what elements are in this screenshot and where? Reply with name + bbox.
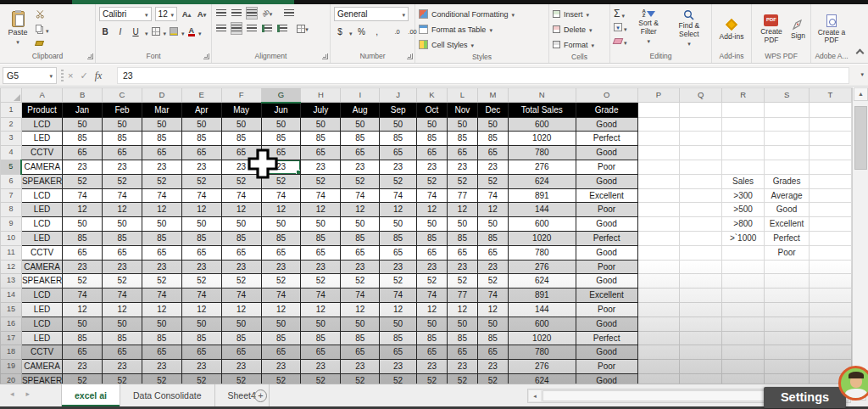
cell-L14[interactable]: 77 bbox=[447, 289, 477, 303]
cell-J15[interactable]: 12 bbox=[380, 302, 417, 317]
cell-K15[interactable]: 12 bbox=[417, 302, 448, 317]
cell-I8[interactable]: 12 bbox=[341, 203, 380, 217]
cell-K16[interactable]: 50 bbox=[417, 317, 448, 331]
cell-N18[interactable]: 780 bbox=[508, 345, 576, 360]
cell-H3[interactable]: 85 bbox=[301, 132, 341, 146]
increase-indent-button[interactable] bbox=[276, 22, 288, 35]
cell-D8[interactable]: 12 bbox=[142, 203, 181, 217]
cell-J10[interactable]: 85 bbox=[380, 231, 417, 245]
cell-A9[interactable]: LCD bbox=[21, 217, 62, 232]
cell-D17[interactable]: 85 bbox=[142, 331, 181, 345]
cell-I6[interactable]: 52 bbox=[341, 174, 380, 188]
cell-O20[interactable]: Good bbox=[576, 373, 637, 384]
cell-H14[interactable]: 74 bbox=[301, 289, 341, 303]
cell-N5[interactable]: 276 bbox=[508, 160, 576, 174]
row-header-20[interactable]: 20 bbox=[1, 373, 22, 384]
cell-K3[interactable]: 85 bbox=[417, 132, 448, 146]
cell-S8[interactable]: Good bbox=[765, 203, 810, 217]
cell-Q1[interactable] bbox=[680, 103, 722, 117]
cell-R20[interactable] bbox=[722, 373, 765, 384]
cell-J8[interactable]: 12 bbox=[380, 203, 417, 217]
cell-I1[interactable]: Aug bbox=[341, 103, 380, 117]
delete-button[interactable]: Delete bbox=[553, 23, 594, 36]
cell-E14[interactable]: 74 bbox=[181, 289, 221, 303]
cell-S6[interactable]: Grades bbox=[765, 174, 810, 188]
wrap-text-button[interactable] bbox=[283, 7, 295, 20]
cell-D2[interactable]: 50 bbox=[142, 117, 181, 132]
cell-D6[interactable]: 52 bbox=[142, 174, 181, 188]
cell-O15[interactable]: Poor bbox=[576, 302, 637, 317]
sort-filter-button[interactable]: AZ Sort & Filter bbox=[632, 8, 665, 46]
cell-A19[interactable]: CAMERA bbox=[21, 360, 62, 374]
cell-E17[interactable]: 85 bbox=[181, 331, 221, 345]
cell-A4[interactable]: CCTV bbox=[21, 146, 62, 160]
cell-I17[interactable]: 85 bbox=[341, 331, 380, 345]
cell-G15[interactable]: 12 bbox=[261, 302, 301, 317]
cell-F4[interactable]: 65 bbox=[221, 146, 261, 160]
merge-center-button[interactable] bbox=[297, 22, 309, 35]
sign-button[interactable]: Sign bbox=[791, 17, 805, 41]
cell-H2[interactable]: 50 bbox=[301, 117, 341, 132]
column-header-E[interactable]: E bbox=[181, 88, 221, 103]
cell-E19[interactable]: 23 bbox=[181, 360, 221, 374]
cell-T2[interactable] bbox=[810, 117, 852, 132]
cell-D19[interactable]: 23 bbox=[142, 360, 181, 374]
cell-M15[interactable]: 12 bbox=[477, 302, 508, 317]
cell-A2[interactable]: LCD bbox=[21, 117, 62, 132]
cell-E20[interactable]: 52 bbox=[181, 373, 221, 384]
cell-N14[interactable]: 891 bbox=[508, 289, 576, 303]
cell-J4[interactable]: 65 bbox=[380, 146, 417, 160]
cell-Q19[interactable] bbox=[680, 360, 722, 374]
cell-L17[interactable]: 85 bbox=[447, 331, 477, 345]
cell-B6[interactable]: 52 bbox=[63, 174, 103, 188]
cell-T4[interactable] bbox=[810, 146, 852, 160]
cell-T6[interactable] bbox=[810, 174, 852, 188]
cell-H16[interactable]: 50 bbox=[301, 317, 341, 331]
cell-R11[interactable] bbox=[722, 245, 765, 260]
cell-L12[interactable]: 23 bbox=[447, 260, 477, 274]
column-header-C[interactable]: C bbox=[103, 88, 142, 103]
cell-C16[interactable]: 50 bbox=[103, 317, 142, 331]
cell-P8[interactable] bbox=[637, 203, 680, 217]
cell-M17[interactable]: 85 bbox=[477, 331, 508, 345]
cell-H17[interactable]: 85 bbox=[301, 331, 341, 345]
cell-P12[interactable] bbox=[637, 260, 680, 274]
cell-K1[interactable]: Oct bbox=[417, 103, 448, 117]
cell-R1[interactable] bbox=[722, 103, 765, 117]
cell-L19[interactable]: 23 bbox=[447, 360, 477, 374]
cell-S7[interactable]: Average bbox=[765, 188, 810, 203]
cut-button[interactable] bbox=[36, 8, 49, 20]
cell-B3[interactable]: 85 bbox=[63, 132, 103, 146]
cell-M2[interactable]: 50 bbox=[477, 117, 508, 132]
cell-S5[interactable] bbox=[765, 160, 810, 174]
cell-Q7[interactable] bbox=[680, 188, 722, 203]
cell-B19[interactable]: 23 bbox=[63, 360, 103, 374]
cell-K17[interactable]: 85 bbox=[417, 331, 448, 345]
find-select-button[interactable]: Find & Select bbox=[670, 8, 708, 48]
cell-A11[interactable]: CCTV bbox=[21, 245, 62, 260]
cell-A13[interactable]: SPEAKER bbox=[21, 274, 62, 289]
cell-L11[interactable]: 65 bbox=[447, 245, 477, 260]
autosum-button[interactable]: Σ bbox=[614, 8, 627, 20]
cell-F12[interactable]: 23 bbox=[221, 260, 261, 274]
cell-P7[interactable] bbox=[637, 188, 680, 203]
grow-font-button[interactable]: A bbox=[181, 8, 192, 20]
cell-F9[interactable]: 50 bbox=[221, 217, 261, 232]
cell-G6[interactable]: 52 bbox=[261, 174, 301, 188]
cell-O12[interactable]: Poor bbox=[576, 260, 637, 274]
cell-M9[interactable]: 50 bbox=[477, 217, 508, 232]
cell-J3[interactable]: 85 bbox=[380, 132, 417, 146]
cell-C11[interactable]: 65 bbox=[103, 245, 142, 260]
cell-M11[interactable]: 65 bbox=[477, 245, 508, 260]
cell-O6[interactable]: Good bbox=[576, 174, 637, 188]
column-header-I[interactable]: I bbox=[341, 88, 380, 103]
cell-G13[interactable]: 52 bbox=[261, 274, 301, 289]
cell-O11[interactable]: Good bbox=[576, 245, 637, 260]
cell-B13[interactable]: 52 bbox=[63, 274, 103, 289]
cell-A5[interactable]: CAMERA bbox=[21, 160, 62, 174]
cell-F3[interactable]: 85 bbox=[221, 132, 261, 146]
cell-S12[interactable] bbox=[765, 260, 810, 274]
cell-L10[interactable]: 85 bbox=[447, 231, 477, 245]
row-header-17[interactable]: 17 bbox=[1, 331, 22, 345]
cell-J1[interactable]: Sep bbox=[380, 103, 417, 117]
